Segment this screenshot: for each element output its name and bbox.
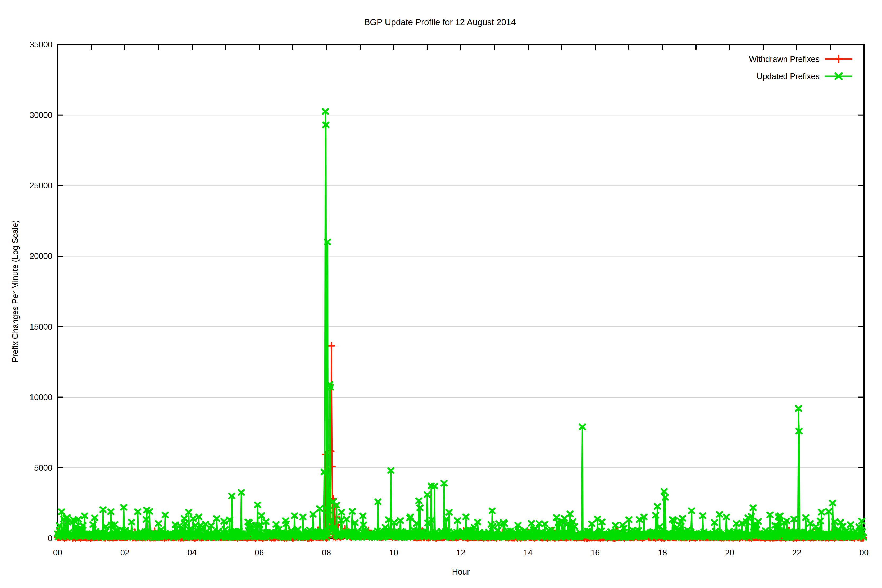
axis-tick-marks xyxy=(58,44,864,538)
x-tick-label-11: 22 xyxy=(792,548,801,557)
bgp-update-profile-page: BGP Update Profile for 12 August 2014 Ho… xyxy=(0,0,882,588)
updated-prefixes-line xyxy=(58,111,864,537)
legend-label-withdrawn: Withdrawn Prefixes xyxy=(749,54,820,64)
legend-label-updated: Updated Prefixes xyxy=(757,72,820,81)
x-tick-label-0: 00 xyxy=(53,548,62,557)
y-tick-label-10000: 10000 xyxy=(30,393,52,402)
legend-withdrawn-plus-marker-icon xyxy=(835,56,842,62)
y-tick-label-0: 0 xyxy=(48,534,52,543)
updated-prefixes-cross-markers xyxy=(55,109,866,540)
x-axis-label: Hour xyxy=(452,567,470,576)
x-tick-label-9: 18 xyxy=(658,548,667,557)
chart-title: BGP Update Profile for 12 August 2014 xyxy=(364,17,516,27)
gridlines xyxy=(58,115,864,468)
y-tick-label-15000: 15000 xyxy=(30,322,52,332)
x-tick-label-1: 02 xyxy=(120,548,129,557)
withdrawn-prefixes-line xyxy=(58,346,864,538)
y-tick-label-35000: 35000 xyxy=(30,40,52,49)
x-tick-labels: 00020406081012141618202200 xyxy=(53,548,868,557)
plot-border xyxy=(58,44,864,538)
x-tick-label-6: 12 xyxy=(456,548,465,557)
series-updated-prefixes xyxy=(55,109,866,540)
x-tick-label-2: 04 xyxy=(188,548,196,557)
y-tick-label-20000: 20000 xyxy=(30,252,52,261)
x-tick-label-10: 20 xyxy=(725,548,734,557)
legend: Withdrawn Prefixes Updated Prefixes xyxy=(749,54,852,81)
y-axis-label: Prefix Changes Per Minute (Log Scale) xyxy=(10,220,20,362)
x-tick-label-8: 16 xyxy=(591,548,600,557)
y-tick-label-5000: 5000 xyxy=(34,463,52,472)
series-withdrawn-prefixes xyxy=(55,343,866,541)
x-tick-label-4: 08 xyxy=(322,548,331,557)
y-tick-labels: 05000100001500020000250003000035000 xyxy=(30,40,52,543)
x-tick-label-5: 10 xyxy=(389,548,398,557)
y-tick-label-30000: 30000 xyxy=(30,111,52,120)
x-tick-label-12: 00 xyxy=(860,548,868,557)
x-tick-label-7: 14 xyxy=(524,548,532,557)
withdrawn-prefixes-plus-markers xyxy=(55,343,866,541)
x-tick-label-3: 06 xyxy=(255,548,264,557)
bgp-update-chart: BGP Update Profile for 12 August 2014 Ho… xyxy=(0,0,882,588)
y-tick-label-25000: 25000 xyxy=(30,181,52,190)
